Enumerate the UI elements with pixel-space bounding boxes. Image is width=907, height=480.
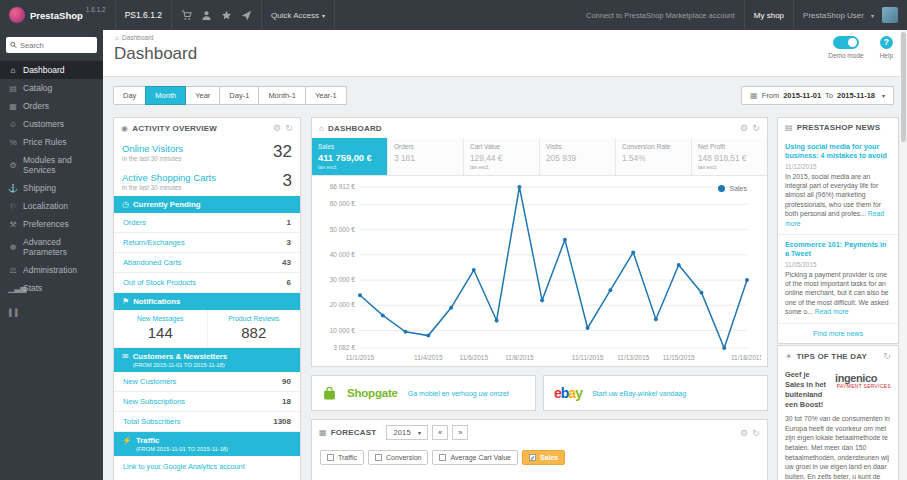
article-title-link[interactable]: Ecommerce 101: Payments in a Tweet: [785, 240, 891, 259]
row-label: Orders: [123, 218, 146, 227]
sidebar-item-localization[interactable]: ⚐Localization: [0, 197, 103, 215]
kpi-net-profit[interactable]: Net Profit 148 918,51 € tax excl.: [692, 138, 767, 175]
previous-year-button[interactable]: «: [432, 425, 448, 440]
demo-mode-control[interactable]: Demo mode: [828, 36, 863, 59]
filter-year-1-button[interactable]: Year-1: [305, 86, 347, 105]
gear-icon[interactable]: ⚙: [740, 123, 748, 133]
star-icon[interactable]: [221, 10, 232, 21]
search-icon: [10, 41, 17, 49]
demo-mode-toggle[interactable]: [833, 36, 859, 49]
article-title-link[interactable]: Using social media for your business: 4 …: [785, 142, 891, 161]
google-analytics-link[interactable]: Link to your Google Analytics account: [114, 456, 300, 477]
topbar-icons: [172, 0, 262, 30]
article-excerpt: In 2015, social media are an integral pa…: [785, 173, 881, 218]
new-messages-stat[interactable]: New Messages 144: [114, 310, 207, 347]
active-carts-metric[interactable]: Active Shopping Carts in the last 30 min…: [114, 167, 300, 196]
forecast-legend-conversion[interactable]: Conversion: [368, 450, 428, 465]
product-reviews-stat[interactable]: Product Reviews 882: [207, 310, 301, 347]
sidebar-item-advanced-parameters[interactable]: ☸Advanced Parameters: [0, 233, 103, 261]
sidebar-item-shipping[interactable]: ⚓Shipping: [0, 179, 103, 197]
filter-month-1-button[interactable]: Month-1: [258, 86, 306, 105]
sidebar-item-dashboard[interactable]: ⌂Dashboard: [0, 61, 103, 79]
sidebar-collapse-button[interactable]: ▌▌: [0, 309, 103, 316]
forecast-legend-average-cart-value[interactable]: Average Cart Value: [432, 450, 517, 465]
user-icon[interactable]: [201, 10, 212, 21]
total-subscribers-row[interactable]: Total Subscribers1308: [114, 412, 300, 432]
svg-text:30 000 €: 30 000 €: [330, 276, 356, 283]
ebay-link[interactable]: Start uw eBay-winkel vandaag: [592, 390, 686, 397]
find-more-news-link[interactable]: Find more news: [778, 324, 898, 343]
quick-access-menu[interactable]: Quick Access ▾: [262, 0, 335, 30]
pending-returns-row[interactable]: Return/Exchanges3: [114, 233, 300, 253]
notifications-stats: New Messages 144 Product Reviews 882: [114, 310, 300, 348]
marketplace-link[interactable]: Connect to PrestaShop Marketplace accoun…: [577, 0, 745, 30]
svg-text:10 000 €: 10 000 €: [330, 327, 356, 334]
my-shop-link[interactable]: My shop: [745, 0, 794, 30]
filter-day-button[interactable]: Day: [113, 86, 146, 105]
checkbox-icon: [439, 454, 446, 461]
chart-legend[interactable]: Sales: [718, 185, 747, 192]
sidebar-item-stats[interactable]: ▁▃▅Stats: [0, 279, 103, 297]
currently-pending-header: ◷ Currently Pending: [114, 196, 300, 213]
sidebar-item-customers[interactable]: ☺Customers: [0, 115, 103, 133]
prestashop-logo[interactable]: PrestaShop 1.6.1.2: [0, 0, 116, 30]
kpi-visits[interactable]: Visits 205 939: [540, 138, 616, 175]
date-range-picker[interactable]: ▦ From 2015-11-01 To 2015-11-18 ▾: [741, 86, 894, 105]
search-input[interactable]: [20, 41, 93, 50]
online-visitors-metric[interactable]: Online Visitors in the last 30 minutes 3…: [114, 138, 300, 167]
paper-plane-icon[interactable]: [241, 10, 252, 21]
row-label: Out of Stock Products: [123, 278, 196, 287]
kpi-value: 129,44 €: [470, 153, 533, 163]
forecast-legend-traffic[interactable]: Traffic: [320, 450, 364, 465]
sidebar-search[interactable]: [6, 37, 97, 53]
sidebar-item-preferences[interactable]: ⚒Preferences: [0, 215, 103, 233]
kpi-conversion-rate[interactable]: Conversion Rate 1.54%: [616, 138, 692, 175]
kpi-orders[interactable]: Orders 3 181: [388, 138, 464, 175]
sidebar-item-label: Orders: [23, 101, 49, 111]
sidebar-item-price-rules[interactable]: %Price Rules: [0, 133, 103, 151]
metric-value: 3: [283, 171, 292, 191]
filter-month-button[interactable]: Month: [145, 86, 186, 105]
new-subscriptions-row[interactable]: New Subscriptions18: [114, 392, 300, 412]
shopgate-promo[interactable]: Shopgate Ga mobiel en verhoog uw omzet: [311, 375, 536, 411]
gear-icon[interactable]: ⚙: [740, 428, 748, 438]
cart-icon[interactable]: [181, 10, 192, 21]
ebay-promo[interactable]: ebay Start uw eBay-winkel vandaag: [543, 375, 768, 411]
refresh-icon[interactable]: ↻: [285, 123, 293, 133]
forecast-year-select[interactable]: 2015 ▾: [386, 425, 428, 440]
refresh-icon[interactable]: ↻: [752, 123, 760, 133]
filter-day-1-button[interactable]: Day-1: [219, 86, 259, 105]
main-header: ⌂ Dashboard Dashboard Demo mode ? Help: [103, 30, 907, 77]
gear-icon[interactable]: ⚙: [273, 123, 281, 133]
forecast-legend-sales[interactable]: ✓Sales: [522, 450, 565, 465]
kpi-cart-value[interactable]: Cart Value 129,44 € tax excl.: [464, 138, 540, 175]
prestashop-news-panel: ▤ PRESTASHOP NEWS Using social media for…: [777, 117, 899, 344]
flag-icon: ⚑: [122, 297, 129, 306]
sidebar-item-modules[interactable]: ⚙Modules and Services: [0, 151, 103, 179]
sidebar-item-catalog[interactable]: ▤Catalog: [0, 79, 103, 97]
user-menu[interactable]: PrestaShop User ▾: [794, 0, 907, 30]
chevron-down-icon: ▾: [322, 12, 325, 19]
pending-orders-row[interactable]: Orders1: [114, 213, 300, 233]
sidebar-item-orders[interactable]: ▦Orders: [0, 97, 103, 115]
sidebar-item-label: Price Rules: [23, 137, 66, 147]
next-year-button[interactable]: »: [452, 425, 468, 440]
new-customers-row[interactable]: New Customers90: [114, 372, 300, 392]
abandoned-carts-row[interactable]: Abandoned Carts43: [114, 253, 300, 273]
shopgate-link[interactable]: Ga mobiel en verhoog uw omzet: [408, 390, 509, 397]
page-scrollbar[interactable]: [900, 30, 907, 480]
sidebar-item-label: Preferences: [23, 219, 69, 229]
stat-value: 144: [116, 324, 205, 341]
kpi-sales[interactable]: Sales 411 759,00 € tax excl.: [312, 138, 388, 175]
shop-name[interactable]: PS1.6.1.2: [116, 0, 172, 30]
scrollbar-thumb[interactable]: [901, 32, 906, 142]
refresh-icon[interactable]: ↻: [883, 351, 891, 361]
read-more-link[interactable]: Read more: [815, 308, 849, 315]
refresh-icon[interactable]: ↻: [752, 428, 760, 438]
ingenico-logo: ingenico PAYMENT SERVICES: [835, 370, 891, 410]
help-button[interactable]: ? Help: [880, 36, 893, 59]
sidebar-item-administration[interactable]: ⚖Administration: [0, 261, 103, 279]
scales-icon: ⚖: [8, 266, 18, 275]
out-of-stock-row[interactable]: Out of Stock Products6: [114, 273, 300, 293]
filter-year-button[interactable]: Year: [185, 86, 220, 105]
